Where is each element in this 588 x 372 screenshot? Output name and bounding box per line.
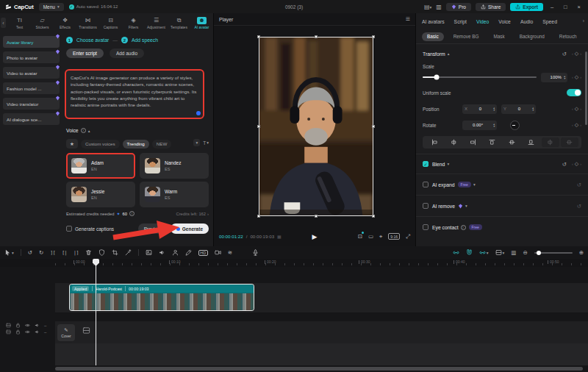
auto-link-button[interactable]: ▾ (479, 249, 489, 256)
preview-button[interactable]: Preview (138, 223, 167, 234)
voice-dropdown-button[interactable]: ▾ (193, 139, 200, 146)
timeline-zoom-slider[interactable] (534, 252, 573, 254)
more-tabs-button[interactable]: › (583, 18, 584, 24)
properties-tab[interactable]: Speed (542, 19, 557, 24)
resize-handle[interactable] (315, 215, 318, 218)
collapse-transform-icon[interactable]: ▴ (448, 51, 450, 56)
layout-switch-icon[interactable]: ▤▾ (424, 4, 431, 10)
play-button[interactable]: ▶ (312, 233, 318, 240)
video-frame[interactable] (259, 37, 373, 216)
pro-button[interactable]: Pro (446, 3, 471, 11)
media-tab[interactable]: ◈ Filters (123, 17, 144, 29)
credits-left[interactable]: Credits left: 162› (176, 212, 209, 216)
undo-button[interactable]: ↺ (28, 249, 32, 256)
media-tab[interactable]: ⋈ Transitions (77, 17, 98, 29)
keyframe-control[interactable]: ‹◇› (572, 51, 581, 57)
nav-item[interactable]: AI dialogue sce... (3, 113, 60, 125)
properties-tab[interactable]: Script (454, 19, 467, 24)
voice-card-warm[interactable]: WarmES (140, 182, 209, 207)
voice-tab[interactable]: Trending (123, 140, 149, 149)
info-icon[interactable]: i (461, 225, 466, 230)
track-thumb-icon[interactable] (6, 329, 11, 335)
generate-button[interactable]: Generate (171, 223, 209, 234)
select-tool-button[interactable]: ▾ (4, 249, 14, 256)
record-button[interactable] (215, 249, 221, 257)
reset-icon[interactable]: ↺ (562, 51, 567, 57)
playhead-line[interactable] (96, 259, 96, 365)
timeline-ruler[interactable]: 00:00 00:10 00:20 00:30 00:40 (0, 259, 588, 267)
panel-layout-icon[interactable]: ▥ (436, 4, 442, 10)
media-tab[interactable]: TI Text (9, 17, 30, 29)
resize-handle[interactable] (257, 125, 260, 128)
maximize-button[interactable]: □ (561, 4, 570, 10)
preview-frames-button[interactable]: ▥ (511, 249, 516, 256)
align-center-horizontal-icon[interactable] (503, 139, 520, 146)
enter-script-button[interactable]: Enter script (66, 49, 104, 58)
uniform-scale-toggle[interactable] (567, 89, 581, 96)
collapse-track-icon[interactable]: – (44, 330, 46, 335)
voice-tab[interactable]: Custom voices (81, 140, 120, 149)
video-subtab[interactable]: Remove BG (448, 32, 484, 41)
eye-icon[interactable] (25, 329, 30, 335)
panel-scrollbar[interactable] (585, 51, 587, 125)
align-left-icon[interactable] (426, 139, 443, 146)
blend-keyframe[interactable]: ‹◇› (572, 161, 581, 167)
expand-ai-expand-icon[interactable]: ▾ (473, 182, 476, 187)
properties-tab[interactable]: AI avatars (422, 19, 445, 24)
crop-button[interactable] (112, 249, 118, 257)
media-tab[interactable]: ⊟ Captions (100, 17, 121, 29)
smart-edit-button[interactable] (125, 249, 132, 257)
reset-icon[interactable]: ↺ (562, 161, 567, 168)
resize-handle[interactable] (372, 35, 375, 38)
media-tab[interactable]: ☻ AI avatar (191, 17, 212, 29)
rotate-keyframe[interactable]: ‹◇› (572, 122, 581, 128)
lock-icon[interactable] (15, 323, 21, 328)
audio-button[interactable] (159, 249, 165, 257)
resize-handle[interactable] (315, 35, 318, 38)
align-top-icon[interactable] (484, 139, 501, 146)
media-thumbnail-button[interactable] (146, 249, 152, 257)
video-subtab[interactable]: Basic (422, 32, 444, 41)
zoom-out-button[interactable]: ⊖ (523, 249, 527, 256)
secondary-track[interactable] (55, 321, 588, 343)
lock-icon[interactable] (15, 329, 21, 335)
voice-card-nandez[interactable]: NandezES (140, 153, 209, 179)
blend-checkbox[interactable]: ✓ (423, 161, 429, 167)
scale-keyframe[interactable]: ‹◇› (572, 74, 581, 80)
align-bottom-icon[interactable] (522, 139, 539, 146)
frame-view-icon[interactable]: ▦ (277, 234, 281, 239)
speaker-icon[interactable] (35, 323, 40, 328)
video-subtab[interactable]: Background (514, 32, 550, 41)
favorites-tab[interactable]: ★ (66, 139, 78, 149)
delete-left-button[interactable]: [| (62, 250, 67, 256)
menu-button[interactable]: Menu▾ (39, 3, 64, 11)
video-subtab[interactable]: Retouch (554, 32, 582, 41)
freeze-button[interactable] (98, 249, 105, 257)
preview-quality-icon[interactable]: ⊡ (358, 233, 362, 240)
collapse-panel-button[interactable]: ‹ (1, 18, 6, 28)
media-tab[interactable]: ☰ Adjustment (146, 17, 167, 29)
resize-handle[interactable] (372, 125, 375, 128)
full-preview-icon[interactable]: ▭ (368, 233, 373, 240)
share-button[interactable]: Share (476, 3, 506, 11)
zoom-in-button[interactable]: ⊕ (579, 249, 584, 256)
voice-card-jessie[interactable]: JessieEN (66, 182, 135, 207)
track-thumb-icon[interactable] (6, 323, 11, 328)
player-menu-icon[interactable]: ☰ (406, 16, 410, 22)
timeline-scrollbar[interactable] (55, 367, 583, 371)
nav-item[interactable]: Video translator (3, 98, 60, 110)
delete-button[interactable] (85, 249, 92, 257)
properties-tab[interactable]: Voice (498, 19, 511, 24)
collapse-voice-icon[interactable]: ▴ (88, 129, 90, 133)
ai-remove-checkbox[interactable] (423, 203, 429, 209)
eye-icon[interactable] (25, 323, 30, 328)
focus-icon[interactable]: ⌖ (379, 233, 382, 240)
snap-magnet-button[interactable] (466, 249, 473, 257)
eye-contact-checkbox[interactable] (423, 224, 429, 230)
info-icon[interactable]: i (81, 128, 86, 133)
waveform-button[interactable]: ≋ (228, 249, 232, 256)
media-tab[interactable]: ▱ Stickers (32, 17, 53, 29)
redo-button[interactable]: ↻ (39, 249, 43, 256)
voiceover-mic-button[interactable] (252, 249, 259, 257)
close-button[interactable]: × (575, 4, 584, 10)
